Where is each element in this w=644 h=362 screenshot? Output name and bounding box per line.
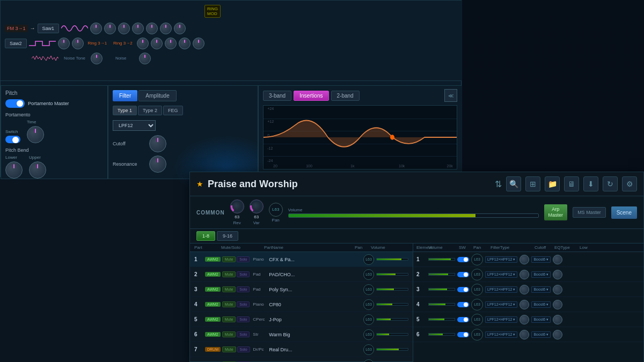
- osc2-knob2[interactable]: [72, 38, 84, 49]
- pan-circle[interactable]: L63: [269, 203, 283, 217]
- part-vol-bar-5[interactable]: [376, 318, 408, 321]
- settings-icon-btn[interactable]: ⚙: [622, 176, 637, 191]
- part-pan-circle-5[interactable]: L63: [363, 314, 374, 325]
- part-vol-bar-1[interactable]: [376, 258, 408, 261]
- solo-btn-1[interactable]: Solo: [237, 256, 250, 262]
- elem-low-knob-2[interactable]: [553, 270, 562, 279]
- elem-sw-toggle-1[interactable]: [457, 257, 469, 262]
- elem-cutoff-knob-2[interactable]: [519, 270, 529, 279]
- part-vol-bar-7[interactable]: [376, 348, 408, 351]
- element-row-1[interactable]: 1 L63 LPF12+HPF12 ▾ Boost6 ▾: [413, 252, 643, 267]
- elem-filter-badge-1[interactable]: LPF12+HPF12 ▾: [485, 256, 517, 263]
- elem-low-knob-6[interactable]: [553, 330, 562, 339]
- element-row-6[interactable]: 6 L63 LPF12+HPF12 ▾ Boost6 ▾: [413, 327, 643, 342]
- noise-knob2[interactable]: [139, 53, 151, 64]
- rev-knob[interactable]: [230, 200, 244, 213]
- solo-btn-4[interactable]: Solo: [237, 301, 250, 307]
- elem-low-knob-5[interactable]: [553, 315, 562, 324]
- osc1-knob6[interactable]: [160, 23, 172, 34]
- download-icon-btn[interactable]: ⬇: [583, 176, 598, 191]
- elem-eq-badge-1[interactable]: Boost6 ▾: [531, 256, 551, 263]
- saw1-button[interactable]: Saw1: [38, 24, 60, 33]
- elem-pan-circle-4[interactable]: L63: [471, 299, 483, 311]
- elem-cutoff-knob-3[interactable]: [519, 285, 529, 294]
- osc2-knob3[interactable]: [137, 38, 149, 49]
- part-vol-bar-2[interactable]: [376, 273, 408, 276]
- part-row-5[interactable]: 5 AWM2 Mute Solo CPerc J-Pop L63: [190, 312, 413, 327]
- elem-filter-badge-6[interactable]: LPF12+HPF12 ▾: [485, 331, 517, 338]
- volume-bar[interactable]: [288, 213, 539, 218]
- filter-tab[interactable]: Filter: [113, 90, 137, 101]
- part-vol-bar-6[interactable]: [376, 333, 408, 336]
- osc1-knob1[interactable]: [90, 23, 102, 34]
- eq-2band-tab[interactable]: 2-band: [331, 91, 360, 101]
- monitor-icon-btn[interactable]: 🖥: [564, 176, 579, 191]
- upper-knob[interactable]: [29, 161, 46, 179]
- part-row-4[interactable]: 4 AWM2 Mute Solo Piano CP80 L63: [190, 297, 413, 312]
- lpf-select[interactable]: LPF12 LPF24 HPF12: [113, 120, 156, 131]
- element-row-5[interactable]: 5 L63 LPF12+HPF12 ▾ Boost6 ▾: [413, 312, 643, 327]
- mute-btn-6[interactable]: Mute: [222, 331, 236, 337]
- solo-btn-2[interactable]: Solo: [237, 271, 250, 277]
- osc2-knob5[interactable]: [165, 38, 177, 49]
- elem-cutoff-knob-5[interactable]: [519, 315, 529, 324]
- elem-pan-circle-2[interactable]: L63: [471, 269, 483, 280]
- lower-knob[interactable]: [5, 161, 23, 179]
- feg-tab[interactable]: FEG: [163, 106, 183, 115]
- elem-filter-badge-5[interactable]: LPF12+HPF12 ▾: [485, 316, 517, 323]
- refresh-icon-btn[interactable]: ↻: [603, 176, 618, 191]
- elem-cutoff-knob-1[interactable]: [519, 255, 529, 264]
- part-row-6[interactable]: 6 AWM2 Mute Solo Str Warm Big L63: [190, 327, 413, 342]
- type1-tab[interactable]: Type 1: [113, 106, 137, 115]
- elem-low-knob-4[interactable]: [553, 300, 562, 309]
- parts-9-16-tab[interactable]: 9-16: [217, 231, 238, 241]
- osc1-knob4[interactable]: [132, 23, 144, 34]
- osc2-knob6[interactable]: [179, 38, 191, 49]
- elem-filter-badge-2[interactable]: LPF12+HPF12 ▾: [485, 271, 517, 278]
- mute-btn-3[interactable]: Mute: [222, 286, 236, 292]
- osc1-knob3[interactable]: [118, 23, 130, 34]
- eq-insertions-tab[interactable]: Insertions: [294, 91, 328, 101]
- osc2-knob7[interactable]: [193, 38, 204, 49]
- parts-1-8-tab[interactable]: 1-8: [196, 231, 215, 241]
- part-pan-circle-4[interactable]: L63: [363, 299, 374, 310]
- eq-3band-tab[interactable]: 3-band: [263, 91, 291, 101]
- solo-btn-5[interactable]: Solo: [237, 316, 250, 322]
- element-row-3[interactable]: 3 L63 LPF12+HPF12 ▾ Boost6 ▾: [413, 282, 643, 297]
- elem-filter-badge-4[interactable]: LPF12+HPF12 ▾: [485, 301, 517, 308]
- search-icon-btn[interactable]: 🔍: [506, 176, 521, 191]
- elem-filter-badge-3[interactable]: LPF12+HPF12 ▾: [485, 286, 517, 293]
- part-pan-circle-6[interactable]: L63: [363, 329, 374, 340]
- osc2-knob1[interactable]: [58, 38, 70, 49]
- mute-btn-5[interactable]: Mute: [222, 316, 236, 322]
- resonance-knob[interactable]: [149, 156, 166, 173]
- element-row-4[interactable]: 4 L63 LPF12+HPF12 ▾ Boost6 ▾: [413, 297, 643, 312]
- solo-btn-7[interactable]: Solo: [237, 346, 250, 352]
- osc1-knob7[interactable]: [174, 23, 186, 34]
- type2-tab[interactable]: Type 2: [138, 106, 162, 115]
- amplitude-tab[interactable]: Amplitude: [138, 90, 176, 101]
- elem-sw-toggle-3[interactable]: [457, 287, 469, 292]
- osc2-knob4[interactable]: [151, 38, 163, 49]
- elem-cutoff-knob-6[interactable]: [519, 330, 529, 339]
- osc1-knob5[interactable]: [146, 23, 158, 34]
- part-vol-bar-3[interactable]: [376, 288, 408, 291]
- portamento-master-toggle[interactable]: [5, 99, 25, 108]
- elem-pan-circle-6[interactable]: L63: [471, 329, 483, 341]
- part-row-1[interactable]: 1 AWM2 Mute Solo Piano CFX & Pa... L63: [190, 252, 413, 267]
- part-row-3[interactable]: 3 AWM2 Mute Solo Pad Poly Syn... L63: [190, 282, 413, 297]
- mute-btn-4[interactable]: Mute: [222, 301, 236, 307]
- part-pan-circle-8[interactable]: L63: [363, 359, 374, 363]
- part-row-2[interactable]: 2 AWM2 Mute Solo Pad PAD/CHO... L63: [190, 267, 413, 282]
- elem-eq-badge-4[interactable]: Boost6 ▾: [531, 301, 551, 308]
- noise-knob[interactable]: [91, 53, 103, 64]
- elem-eq-badge-6[interactable]: Boost6 ▾: [531, 331, 551, 338]
- solo-btn-3[interactable]: Solo: [237, 286, 250, 292]
- elem-low-knob-1[interactable]: [553, 255, 562, 264]
- elem-pan-circle-1[interactable]: L63: [471, 254, 483, 265]
- part-pan-circle-3[interactable]: L63: [363, 284, 374, 295]
- solo-btn-6[interactable]: Solo: [237, 331, 250, 337]
- arp-master-btn[interactable]: ArpMaster: [544, 204, 568, 220]
- folder-icon-btn[interactable]: 📁: [545, 176, 560, 191]
- arrows-btn[interactable]: ⇅: [495, 179, 502, 189]
